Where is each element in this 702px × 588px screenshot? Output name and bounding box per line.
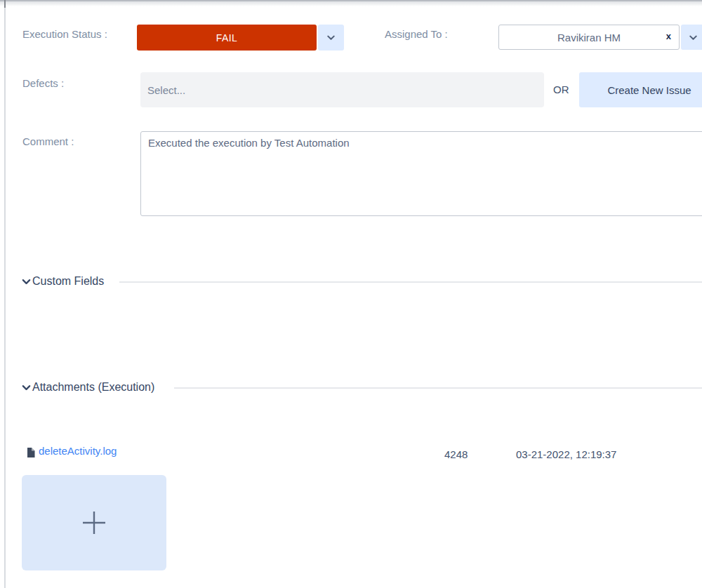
custom-fields-collapse-icon[interactable]: [21, 276, 32, 290]
assigned-to-clear-button[interactable]: x: [666, 31, 671, 41]
defects-placeholder: Select...: [140, 84, 185, 96]
execution-details-panel: Execution Status : FAIL Assigned To : Ra…: [0, 0, 702, 588]
defects-label: Defects :: [22, 77, 64, 89]
custom-fields-section-title: Custom Fields: [32, 275, 104, 288]
attachments-divider: [174, 387, 702, 389]
add-attachment-button[interactable]: [22, 475, 166, 570]
defects-select[interactable]: Select...: [140, 72, 544, 107]
comment-label: Comment :: [22, 135, 74, 147]
chevron-down-icon: [688, 32, 698, 43]
execution-status-label: Execution Status :: [22, 28, 107, 40]
panel-top-shadow: [0, 1, 702, 6]
file-icon: [27, 448, 35, 460]
assigned-to-label: Assigned To :: [385, 28, 448, 40]
attachments-section-title: Attachments (Execution): [32, 381, 154, 394]
plus-icon: [81, 509, 107, 536]
execution-status-button[interactable]: FAIL: [137, 25, 317, 51]
assigned-to-select[interactable]: Ravikiran HM x: [498, 25, 680, 50]
chevron-down-icon: [326, 32, 336, 43]
custom-fields-divider: [119, 281, 702, 283]
execution-status-dropdown-button[interactable]: [318, 25, 344, 51]
attachments-collapse-icon[interactable]: [21, 382, 32, 396]
panel-left-border-top: [4, 0, 6, 8]
panel-left-border: [4, 0, 6, 588]
attachment-file-date: 03-21-2022, 12:19:37: [516, 448, 616, 460]
attachment-file-size: 4248: [444, 448, 468, 460]
comment-textarea[interactable]: Executed the execution by Test Automatio…: [140, 131, 702, 216]
create-new-issue-button[interactable]: Create New Issue: [579, 72, 702, 107]
assigned-to-dropdown-button[interactable]: [681, 25, 702, 50]
assigned-to-value: Ravikiran HM: [557, 32, 621, 44]
attachment-file-link[interactable]: deleteActivity.log: [39, 445, 117, 457]
or-text: OR: [553, 72, 569, 107]
